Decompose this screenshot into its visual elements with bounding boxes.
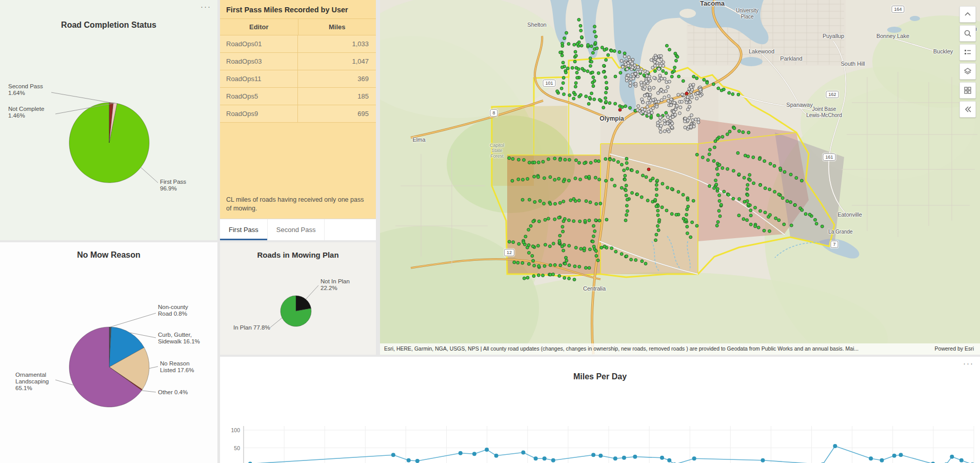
data-point[interactable] bbox=[485, 448, 489, 452]
label-leader-line bbox=[142, 391, 156, 392]
table-row[interactable]: RoadOps01 1,033 bbox=[220, 35, 376, 53]
pie-label: Not Complete1.46% bbox=[8, 106, 44, 119]
data-point[interactable] bbox=[472, 452, 476, 456]
data-point[interactable] bbox=[880, 458, 884, 462]
highway-shield: 161 bbox=[823, 153, 835, 161]
table-body: RoadOps01 1,033 RoadOps03 1,047 RoadOps1… bbox=[220, 35, 376, 123]
data-point[interactable] bbox=[660, 456, 664, 460]
search-icon bbox=[963, 28, 973, 38]
data-point[interactable] bbox=[613, 456, 617, 460]
data-point[interactable] bbox=[959, 458, 964, 462]
map-canvas[interactable] bbox=[380, 0, 980, 355]
mowing-plan-panel: Roads in Mowing Plan Not In Plan22.2%In … bbox=[220, 242, 376, 355]
data-point[interactable] bbox=[899, 453, 903, 457]
data-point[interactable] bbox=[543, 456, 547, 460]
table-row[interactable]: RoadOps11 369 bbox=[220, 70, 376, 88]
no-mow-reason-pie-chart[interactable]: Non-countyRoad 0.8%Curb, Gutter,Sidewalk… bbox=[0, 242, 217, 463]
data-point[interactable] bbox=[407, 458, 411, 462]
map-city-label: Elma bbox=[412, 137, 425, 143]
cell-miles: 185 bbox=[297, 88, 376, 105]
tab-first-pass[interactable]: First Pass bbox=[220, 219, 268, 240]
data-point[interactable] bbox=[521, 451, 525, 455]
map-panel: TacomaUniversity PlaceSheltonPuyallupBon… bbox=[380, 0, 980, 355]
data-point[interactable] bbox=[391, 453, 395, 457]
data-point[interactable] bbox=[667, 458, 671, 462]
road-completion-pie-chart[interactable]: First Pass96.9%Second Pass1.64%Not Compl… bbox=[0, 0, 217, 240]
map-tool-layers[interactable] bbox=[959, 63, 976, 80]
editor-miles-table: First Pass Miles Recorded by User Editor… bbox=[220, 0, 376, 219]
map-city-label: South Hill bbox=[841, 61, 865, 67]
data-point[interactable] bbox=[591, 453, 595, 457]
label-leader-line bbox=[149, 366, 158, 369]
editor-miles-panel: First Pass Miles Recorded by User Editor… bbox=[220, 0, 376, 240]
data-point[interactable] bbox=[869, 456, 873, 460]
miles-per-day-line-chart[interactable]: Sep 15Sep 19Sep 23Sep 27OctOct 5Oct 9Oct… bbox=[220, 381, 980, 463]
map-attribution-text: Esri, HERE, Garmin, NGA, USGS, NPS | All… bbox=[380, 343, 929, 355]
collapse-up-icon bbox=[963, 9, 973, 20]
map-tool-collapse-up[interactable] bbox=[959, 6, 976, 23]
tab-second-pass[interactable]: Second Pass bbox=[268, 219, 325, 240]
column-header-editor[interactable]: Editor bbox=[220, 19, 298, 35]
cell-editor: RoadOps11 bbox=[220, 70, 297, 87]
column-header-miles[interactable]: Miles bbox=[298, 19, 376, 35]
data-point[interactable] bbox=[692, 456, 696, 460]
pie-label: Curb, Gutter,Sidewalk 16.1% bbox=[158, 332, 200, 344]
data-point[interactable] bbox=[950, 455, 954, 459]
table-row[interactable]: RoadOps5 185 bbox=[220, 88, 376, 105]
data-point[interactable] bbox=[892, 454, 896, 458]
table-row[interactable]: RoadOps03 1,047 bbox=[220, 53, 376, 70]
highway-shield: 162 bbox=[826, 91, 838, 98]
highway-shield: 8 bbox=[490, 109, 497, 117]
map-city-label: Centralia bbox=[583, 285, 606, 292]
map-city-label: Bonney Lake bbox=[876, 33, 909, 40]
tab-bar: First PassSecond Pass bbox=[220, 219, 376, 240]
data-point[interactable] bbox=[761, 458, 765, 462]
map-tool-search[interactable] bbox=[959, 25, 976, 42]
panel-menu-icon[interactable]: ··· bbox=[201, 2, 211, 11]
map-tool-basemap[interactable] bbox=[959, 82, 976, 99]
y-tick-label: 100 bbox=[231, 427, 240, 433]
pie-label: No ReasonListed 17.6% bbox=[160, 360, 194, 373]
y-tick-label: 50 bbox=[234, 445, 240, 451]
map-tool-legend[interactable] bbox=[959, 44, 976, 61]
label-leader-line bbox=[110, 313, 156, 327]
map-city-label: Olympia bbox=[599, 115, 624, 123]
legend-icon bbox=[963, 47, 973, 57]
cell-miles: 695 bbox=[297, 105, 376, 122]
label-leader-line bbox=[51, 92, 111, 103]
pie-label: Second Pass1.64% bbox=[8, 83, 43, 96]
map-city-label: Tacoma bbox=[700, 0, 725, 7]
map-city-label: Lakewood bbox=[749, 48, 774, 55]
data-point[interactable] bbox=[622, 456, 626, 460]
powered-by-esri: Powered by Esri bbox=[929, 343, 980, 355]
mowing-plan-pie-chart[interactable]: Not In Plan22.2%In Plan 77.8% bbox=[220, 242, 376, 355]
panel-title-miles-per-day: Miles Per Day bbox=[220, 357, 980, 381]
panel-menu-icon[interactable]: ··· bbox=[963, 359, 974, 368]
road-completion-panel: ··· Road Completion Status First Pass96.… bbox=[0, 0, 217, 240]
data-point[interactable] bbox=[458, 451, 463, 455]
table-row[interactable]: RoadOps9 695 bbox=[220, 105, 376, 123]
cell-miles: 369 bbox=[297, 70, 376, 87]
highway-shield: 7 bbox=[830, 241, 838, 248]
highway-shield: 164 bbox=[891, 6, 904, 13]
data-point[interactable] bbox=[494, 454, 498, 458]
data-point[interactable] bbox=[551, 458, 555, 462]
label-leader-line bbox=[55, 380, 74, 385]
highway-shield: 101 bbox=[543, 80, 555, 87]
basemap-icon bbox=[963, 85, 973, 95]
basemap-graphics bbox=[380, 0, 980, 355]
cell-editor: RoadOps5 bbox=[220, 88, 297, 105]
data-point[interactable] bbox=[633, 455, 637, 459]
table-footnote: CL miles of roads having received only o… bbox=[226, 196, 370, 213]
cell-editor: RoadOps9 bbox=[220, 105, 297, 122]
map-city-label: Capitol State Forest bbox=[490, 143, 504, 159]
label-leader-line bbox=[270, 318, 282, 327]
map-tool-collapse-left[interactable] bbox=[959, 101, 976, 118]
pie-label: In Plan 77.8% bbox=[233, 324, 270, 331]
cell-miles: 1,047 bbox=[297, 53, 376, 70]
data-point[interactable] bbox=[833, 444, 837, 448]
data-point[interactable] bbox=[598, 454, 603, 458]
cell-miles: 1,033 bbox=[297, 35, 376, 52]
data-point[interactable] bbox=[534, 456, 538, 460]
data-point[interactable] bbox=[415, 459, 419, 463]
